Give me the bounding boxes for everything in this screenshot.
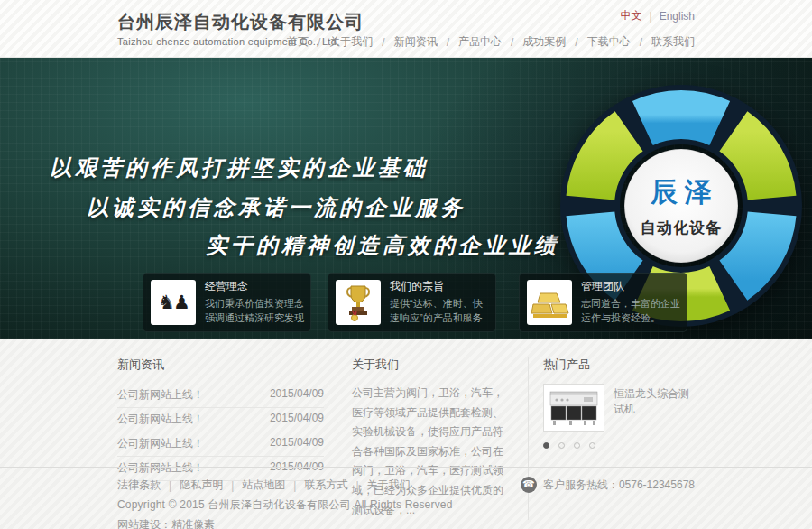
product-machine-icon <box>543 384 604 432</box>
service-hotline: ☎ 客户服务热线： 0576-12345678 <box>521 478 695 492</box>
footer-link-contact[interactable]: 联系方式 <box>304 478 347 493</box>
nav-separator: / <box>511 36 513 49</box>
news-date: 2015/04/09 <box>270 387 324 403</box>
carousel-dot[interactable] <box>574 442 580 449</box>
footer-separator: | <box>231 479 234 492</box>
nav-item-products[interactable]: 产品中心 <box>458 34 502 50</box>
language-switcher: 中文 | English <box>621 8 695 23</box>
lang-english-link[interactable]: English <box>660 10 695 23</box>
card-title: 我们的宗旨 <box>390 279 483 294</box>
footer-separator: | <box>355 479 358 492</box>
product-item[interactable]: 恒温龙头综合测试机 <box>543 384 695 432</box>
site-header: 台州辰泽自动化设备有限公司 Taizhou chenze automation … <box>0 0 812 58</box>
nav-separator: / <box>575 36 577 49</box>
carousel-dot[interactable] <box>558 442 565 449</box>
card-line: 提供“达标、准时、快 <box>390 297 483 311</box>
news-text: 公司新网站上线！ <box>117 387 204 403</box>
nav-separator: / <box>447 36 449 49</box>
hotline-label: 客户服务热线： <box>543 478 619 493</box>
site-footer: 法律条款 | 隐私声明 | 站点地图 | 联系方式 | 关于我们 Copyrig… <box>0 467 812 529</box>
products-section-title: 热门产品 <box>543 357 695 373</box>
trophy-icon <box>336 280 381 325</box>
site-credit-link[interactable]: 精准像素 <box>171 518 215 529</box>
nav-item-cases[interactable]: 成功案例 <box>522 34 566 50</box>
logo-title: 台州辰泽自动化设备有限公司 <box>117 10 364 34</box>
footer-separator: | <box>169 479 171 492</box>
site-credit: 网站建设：精准像素 <box>117 517 453 529</box>
card-line: 志同道合，丰富的企业 <box>581 297 680 311</box>
news-date: 2015/04/09 <box>270 436 324 451</box>
footer-link-privacy[interactable]: 隐私声明 <box>180 478 223 493</box>
card-title: 经营理念 <box>205 279 304 294</box>
carousel-dots <box>543 442 695 449</box>
news-date: 2015/04/09 <box>270 412 324 427</box>
footer-link-sitemap[interactable]: 站点地图 <box>242 478 285 493</box>
feature-card-philosophy[interactable]: ♞♟ 经营理念 我们秉承价值投资理念 强调通过精深研究发现 <box>143 273 311 332</box>
nav-separator: / <box>640 36 642 49</box>
product-name: 恒温龙头综合测试机 <box>614 386 695 432</box>
about-section-title: 关于我们 <box>352 357 513 373</box>
card-line: 强调通过精深研究发现 <box>205 311 304 326</box>
hero-banner: 以艰苦的作风打拼坚实的企业基础 以诚实的信念承诺一流的企业服务 实干的精神创造高… <box>0 58 812 339</box>
feature-card-mission[interactable]: 我们的宗旨 提供“达标、准时、快 速响应”的产品和服务 <box>328 273 496 332</box>
nav-separator: / <box>318 36 320 49</box>
hero-slogan-2: 以诚实的信念承诺一流的企业服务 <box>87 193 466 222</box>
lang-separator: | <box>650 10 652 23</box>
nav-item-news[interactable]: 新闻资讯 <box>394 34 438 50</box>
chess-icon: ♞♟ <box>151 280 196 325</box>
hero-slogan-1: 以艰苦的作风打拼坚实的企业基础 <box>50 153 429 182</box>
news-text: 公司新网站上线！ <box>117 412 204 427</box>
chess-glyphs: ♞♟ <box>158 292 189 313</box>
nav-item-home[interactable]: 首页 <box>287 34 309 50</box>
main-nav: 首页 / 关于我们 / 新闻资讯 / 产品中心 / 成功案例 / 下载中心 / … <box>287 34 695 50</box>
phone-icon: ☎ <box>521 477 537 493</box>
nav-item-about[interactable]: 关于我们 <box>329 34 373 50</box>
nav-item-downloads[interactable]: 下载中心 <box>587 34 631 50</box>
gold-bars-icon <box>527 280 572 325</box>
nav-item-contact[interactable]: 联系我们 <box>651 34 695 50</box>
footer-separator: | <box>293 479 296 492</box>
carousel-dot[interactable] <box>589 442 595 449</box>
card-line: 速响应”的产品和服务 <box>390 311 483 326</box>
hero-slogan-3: 实干的精神创造高效的企业业绩 <box>206 231 559 260</box>
footer-link-about[interactable]: 关于我们 <box>367 478 411 493</box>
news-list-item[interactable]: 公司新网站上线！ 2015/04/09 <box>117 384 324 408</box>
feature-card-team[interactable]: 管理团队 志同道合，丰富的企业 运作与投资经验。 <box>519 273 687 332</box>
site-credit-label: 网站建设： <box>117 518 171 529</box>
footer-left: 法律条款 | 隐私声明 | 站点地图 | 联系方式 | 关于我们 Copyrig… <box>117 478 453 529</box>
card-line: 运作与投资经验。 <box>581 311 680 326</box>
carousel-dot[interactable] <box>543 442 549 449</box>
feature-cards: ♞♟ 经营理念 我们秉承价值投资理念 强调通过精深研究发现 <box>143 273 687 332</box>
main-content: 新闻资讯 公司新网站上线！ 2015/04/09 公司新网站上线！ 2015/0… <box>0 339 812 467</box>
footer-link-legal[interactable]: 法律条款 <box>117 478 161 493</box>
copyright-text: Copyright © 2015 台州辰泽自动化设备有限公司 All Right… <box>117 497 453 513</box>
hotline-number: 0576-12345678 <box>619 478 695 491</box>
news-list-item[interactable]: 公司新网站上线！ 2015/04/09 <box>117 408 324 432</box>
footer-links: 法律条款 | 隐私声明 | 站点地图 | 联系方式 | 关于我们 <box>117 478 453 493</box>
nav-separator: / <box>382 36 384 49</box>
news-list-item[interactable]: 公司新网站上线！ 2015/04/09 <box>117 432 324 457</box>
lang-chinese-link[interactable]: 中文 <box>621 8 642 23</box>
card-title: 管理团队 <box>581 279 680 294</box>
news-text: 公司新网站上线！ <box>117 436 204 451</box>
card-line: 我们秉承价值投资理念 <box>205 297 304 311</box>
news-section-title: 新闻资讯 <box>117 357 324 373</box>
